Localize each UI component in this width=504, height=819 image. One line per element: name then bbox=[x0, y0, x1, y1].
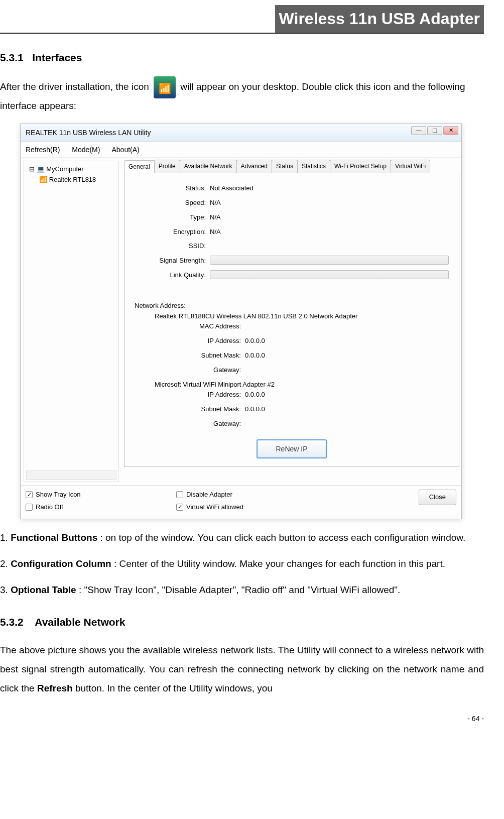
status-label: Status: bbox=[135, 183, 210, 194]
bottom-right-col: Close bbox=[306, 490, 456, 515]
mask-label: Subnet Mask: bbox=[155, 350, 245, 361]
signal-strength-label: Signal Strength: bbox=[135, 256, 210, 266]
adapter2-name: Microsoft Virtual WiFi Miniport Adapter … bbox=[155, 380, 449, 390]
item-bold: Optional Table bbox=[11, 584, 76, 595]
tree-root[interactable]: ⊟ 💻 MyComputer bbox=[29, 164, 115, 175]
window-titlebar: REALTEK 11n USB Wireless LAN Utility — ▢… bbox=[21, 124, 461, 142]
close-button[interactable]: ✕ bbox=[443, 126, 458, 135]
menu-about[interactable]: About(A) bbox=[112, 146, 140, 154]
item-num: 1. bbox=[0, 532, 11, 543]
gateway2-label: Gateway: bbox=[155, 419, 245, 429]
virtual-wifi-checkbox[interactable]: ✓ bbox=[176, 504, 183, 511]
section-title: Interfaces bbox=[32, 52, 82, 63]
tree-root-label: MyComputer bbox=[46, 165, 83, 173]
ssid-label: SSID: bbox=[135, 241, 210, 252]
list-item: 2. Configuration Column : Center of the … bbox=[0, 555, 484, 572]
ip-value: 0.0.0.0 bbox=[245, 336, 449, 346]
item-num: 3. bbox=[0, 584, 11, 595]
menu-mode[interactable]: Mode(M) bbox=[72, 146, 100, 154]
bottom-bar: ✓Show Tray Icon Radio Off Disable Adapte… bbox=[21, 485, 461, 519]
type-label: Type: bbox=[135, 212, 210, 223]
item-num: 2. bbox=[0, 558, 11, 569]
gateway-label: Gateway: bbox=[155, 365, 245, 376]
desktop-icon bbox=[154, 76, 176, 98]
intro-paragraph: After the driver installation, the icon … bbox=[0, 76, 484, 113]
tree-scrollbar[interactable] bbox=[26, 471, 116, 480]
section-num: 5.3.2 bbox=[0, 616, 24, 628]
ip-label: IP Address: bbox=[155, 336, 245, 346]
gateway2-value bbox=[245, 419, 449, 429]
utility-window: REALTEK 11n USB Wireless LAN Utility — ▢… bbox=[20, 124, 462, 519]
mask2-value: 0.0.0.0 bbox=[245, 404, 449, 415]
mask2-label: Subnet Mask: bbox=[155, 404, 245, 415]
show-tray-label: Show Tray Icon bbox=[36, 490, 81, 500]
tab-advanced[interactable]: Advanced bbox=[236, 160, 272, 173]
section2-paragraph: The above picture shows you the availabl… bbox=[0, 641, 484, 698]
tree-child[interactable]: 📶 Realtek RTL818 bbox=[39, 175, 115, 185]
network-address-block: Network Address: Realtek RTL8188CU Wirel… bbox=[135, 301, 449, 429]
tab-status[interactable]: Status bbox=[272, 160, 298, 173]
list-item: 1. Functional Buttons : on top of the wi… bbox=[0, 529, 484, 546]
mac-label: MAC Address: bbox=[155, 321, 245, 332]
disable-adapter-checkbox[interactable] bbox=[176, 491, 183, 498]
type-value: N/A bbox=[210, 212, 449, 223]
mask-value: 0.0.0.0 bbox=[245, 350, 449, 361]
section-title: Available Network bbox=[35, 616, 125, 628]
window-controls: — ▢ ✕ bbox=[411, 126, 458, 135]
close-app-button[interactable]: Close bbox=[419, 490, 456, 505]
bottom-left-col: ✓Show Tray Icon Radio Off bbox=[26, 490, 176, 515]
description-list: 1. Functional Buttons : on top of the wi… bbox=[0, 529, 484, 599]
window-title-text: REALTEK 11n USB Wireless LAN Utility bbox=[26, 129, 151, 137]
ssid-value bbox=[210, 241, 449, 252]
intro-text-a: After the driver installation, the icon bbox=[0, 81, 152, 92]
item-bold: Configuration Column bbox=[11, 558, 111, 569]
maximize-button[interactable]: ▢ bbox=[427, 126, 442, 135]
tab-content: Status:Not Associated Speed:N/A Type:N/A… bbox=[124, 173, 459, 467]
bottom-mid-col: Disable Adapter ✓Virtual WiFi allowed bbox=[176, 490, 306, 515]
minimize-button[interactable]: — bbox=[411, 126, 426, 135]
renew-ip-button[interactable]: ReNew IP bbox=[257, 439, 327, 458]
radio-off-checkbox[interactable] bbox=[26, 504, 33, 511]
section-heading-5-3-2: 5.3.2 Available Network bbox=[0, 614, 484, 631]
section-num: 5.3.1 bbox=[0, 52, 24, 63]
section-heading-5-3-1: 5.3.1 Interfaces bbox=[0, 49, 484, 66]
window-body: ⊟ 💻 MyComputer 📶 Realtek RTL818 General … bbox=[21, 158, 461, 485]
speed-label: Speed: bbox=[135, 198, 210, 208]
adapter1-name: Realtek RTL8188CU Wireless LAN 802.11n U… bbox=[155, 311, 449, 322]
list-item: 3. Optional Table : "Show Tray Icon", "D… bbox=[0, 581, 484, 599]
network-address-heading: Network Address: bbox=[135, 301, 449, 311]
tab-profile[interactable]: Profile bbox=[154, 160, 180, 173]
signal-strength-bar bbox=[210, 256, 449, 265]
tab-available-network[interactable]: Available Network bbox=[180, 160, 237, 173]
item-rest: : Center of the Utility window. Make you… bbox=[111, 558, 445, 569]
tab-virtual-wifi[interactable]: Virtual WiFi bbox=[391, 160, 430, 173]
link-quality-label: Link Quality: bbox=[135, 270, 210, 281]
encryption-value: N/A bbox=[210, 227, 449, 238]
para2-end: button. In the center of the Utility win… bbox=[73, 683, 273, 693]
radio-off-label: Radio Off bbox=[36, 502, 63, 513]
item-rest: : "Show Tray Icon", "Disable Adapter", "… bbox=[76, 584, 401, 595]
page-number: - 64 - bbox=[0, 713, 484, 724]
header: Wireless 11n USB Adapter bbox=[0, 5, 484, 34]
link-quality-bar bbox=[210, 270, 449, 279]
mac-value bbox=[245, 321, 449, 332]
encryption-label: Encryption: bbox=[135, 227, 210, 238]
para2-bold: Refresh bbox=[37, 683, 73, 693]
tree-child-label: Realtek RTL818 bbox=[49, 176, 96, 183]
menu-refresh[interactable]: Refresh(R) bbox=[26, 146, 60, 154]
show-tray-checkbox[interactable]: ✓ bbox=[26, 491, 33, 498]
ip2-label: IP Address: bbox=[155, 390, 245, 400]
main-pane: General Profile Available Network Advanc… bbox=[122, 158, 461, 485]
item-rest: : on top of the window. You can click ea… bbox=[97, 532, 465, 543]
virtual-wifi-label: Virtual WiFi allowed bbox=[186, 502, 243, 513]
disable-adapter-label: Disable Adapter bbox=[186, 490, 232, 500]
doc-title: Wireless 11n USB Adapter bbox=[275, 5, 484, 33]
tab-strip: General Profile Available Network Advanc… bbox=[124, 160, 459, 173]
tree-pane: ⊟ 💻 MyComputer 📶 Realtek RTL818 bbox=[24, 161, 119, 482]
item-bold: Functional Buttons bbox=[11, 532, 97, 543]
menu-bar: Refresh(R) Mode(M) About(A) bbox=[21, 142, 461, 158]
tab-general[interactable]: General bbox=[124, 160, 155, 173]
tab-statistics[interactable]: Statistics bbox=[297, 160, 330, 173]
tab-wps[interactable]: Wi-Fi Protect Setup bbox=[330, 160, 391, 173]
gateway-value bbox=[245, 365, 449, 376]
